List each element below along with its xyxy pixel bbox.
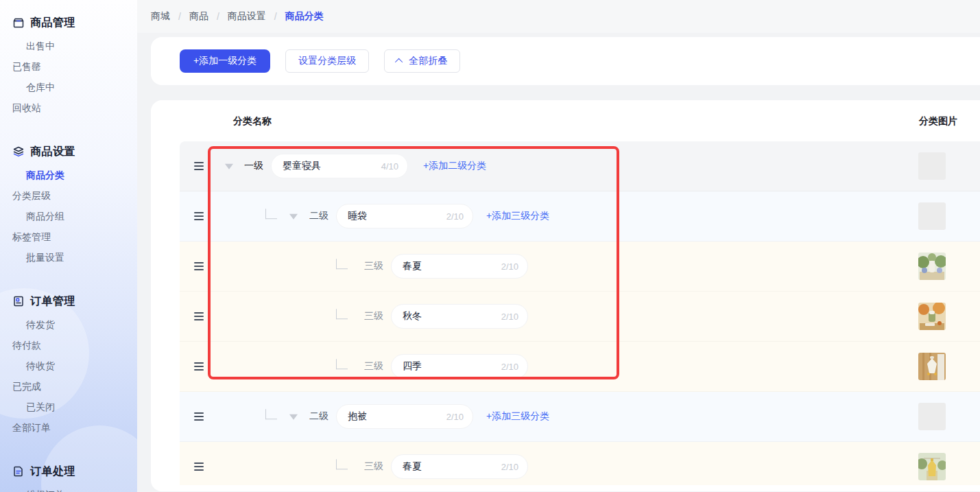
sidebar-item[interactable]: 已关闭 (26, 397, 81, 417)
set-category-levels-button[interactable]: 设置分类层级 (285, 49, 369, 73)
category-name-input[interactable] (403, 355, 492, 378)
add-subcategory-link[interactable]: +添加三级分类 (486, 210, 549, 222)
order-icon (12, 295, 25, 307)
sidebar-section-items: 待发货待付款待收货已完成已关闭全部订单 (12, 314, 128, 438)
document-icon (12, 465, 25, 478)
chevron-up-icon (395, 58, 403, 66)
category-name-input[interactable] (403, 455, 492, 478)
box-icon (12, 16, 25, 29)
category-name-field: 4/10 (271, 154, 408, 178)
sidebar: 商品管理 出售中已售罄仓库中回收站 商品设置 商品分类分类层级商品分组标签管理批… (0, 0, 137, 492)
drag-handle-icon[interactable] (194, 262, 204, 270)
sidebar-item[interactable]: 待发货 (26, 314, 81, 335)
sidebar-item[interactable]: 分类层级 (12, 185, 67, 206)
category-image-placeholder[interactable] (918, 403, 946, 430)
category-name-field: 2/10 (391, 254, 528, 279)
toolbar-card: +添加一级分类 设置分类层级 全部折叠 (151, 37, 980, 85)
level-label: 三级 (364, 360, 383, 373)
collapse-toggle-icon[interactable] (225, 164, 233, 169)
main-content: 商城/商品/商品设置/商品分类 +添加一级分类 设置分类层级 全部折叠 分类名称… (137, 0, 980, 492)
sidebar-section-items: 商品分类分类层级商品分组标签管理批量设置 (12, 165, 128, 268)
breadcrumb-link[interactable]: 商品设置 (228, 10, 266, 23)
sidebar-section-title: 商品管理 (30, 16, 75, 30)
sidebar-item[interactable]: 全部订单 (12, 417, 67, 438)
sidebar-section-header[interactable]: 商品管理 (12, 14, 137, 32)
drag-handle-icon[interactable] (194, 312, 204, 320)
breadcrumb-bar: 商城/商品/商品设置/商品分类 (137, 0, 980, 33)
category-name-input[interactable] (348, 405, 437, 428)
category-row: 三级 2/10 (180, 442, 980, 485)
sidebar-item[interactable]: 商品分类 (26, 165, 81, 185)
sidebar-item[interactable]: 维权订单 (26, 484, 81, 492)
sidebar-section-header[interactable]: 订单管理 (12, 292, 137, 310)
category-image-placeholder[interactable] (918, 202, 946, 230)
collapse-toggle-icon[interactable] (289, 414, 298, 420)
category-name-input[interactable] (348, 204, 437, 228)
category-name-field: 2/10 (391, 304, 528, 329)
category-name-field: 2/10 (391, 454, 528, 479)
sidebar-item[interactable]: 出售中 (26, 36, 81, 56)
drag-handle-icon[interactable] (194, 162, 204, 170)
sidebar-item[interactable]: 标签管理 (12, 226, 67, 247)
sidebar-item[interactable]: 已售罄 (12, 56, 67, 77)
level-label: 二级 (309, 210, 328, 222)
category-thumbnail[interactable] (918, 303, 946, 330)
sidebar-item[interactable]: 回收站 (12, 97, 67, 118)
drag-handle-icon[interactable] (194, 362, 204, 371)
tree-connector-icon (265, 409, 277, 419)
category-thumbnail[interactable] (918, 253, 946, 280)
sidebar-section-title: 订单管理 (30, 294, 75, 309)
category-name-input[interactable] (403, 305, 492, 328)
breadcrumb-separator: / (274, 11, 277, 22)
column-header-category-image: 分类图片 (919, 100, 957, 141)
level-label: 三级 (364, 310, 383, 323)
category-name-input[interactable] (283, 154, 372, 178)
sidebar-section-title: 商品设置 (30, 145, 75, 159)
sidebar-section: 商品设置 商品分类分类层级商品分组标签管理批量设置 (12, 143, 137, 268)
sidebar-section-title: 订单处理 (30, 465, 75, 479)
char-counter: 4/10 (381, 161, 398, 172)
breadcrumb-link[interactable]: 商品 (189, 10, 208, 23)
sidebar-item[interactable]: 商品分组 (26, 206, 81, 226)
tree-connector-icon (336, 259, 348, 269)
category-rows: 一级 4/10 +添加二级分类 二级 2/10 +添加三级分类 三级 2/10 (180, 141, 980, 485)
add-level1-category-button[interactable]: +添加一级分类 (180, 49, 270, 73)
category-name-field: 2/10 (391, 354, 528, 379)
sidebar-item[interactable]: 批量设置 (26, 247, 81, 268)
column-header-category-name: 分类名称 (233, 100, 272, 141)
level-label: 三级 (364, 260, 383, 272)
collapse-all-label: 全部折叠 (409, 55, 447, 67)
category-image-placeholder[interactable] (918, 152, 946, 180)
char-counter: 2/10 (501, 462, 518, 472)
sidebar-item[interactable]: 待付款 (12, 335, 67, 355)
char-counter: 2/10 (446, 412, 464, 422)
collapse-all-button[interactable]: 全部折叠 (384, 49, 460, 73)
sidebar-section-header[interactable]: 订单处理 (12, 462, 137, 480)
breadcrumb-separator: / (178, 11, 181, 22)
add-subcategory-link[interactable]: +添加三级分类 (486, 410, 549, 423)
sidebar-section: 订单处理 维权订单评价管理批量发货订单导出 (12, 462, 137, 492)
add-subcategory-link[interactable]: +添加二级分类 (423, 160, 486, 172)
sidebar-item[interactable]: 已完成 (12, 376, 67, 397)
sidebar-sections: 商品管理 出售中已售罄仓库中回收站 商品设置 商品分类分类层级商品分组标签管理批… (0, 0, 137, 492)
sidebar-item[interactable]: 仓库中 (26, 77, 81, 97)
tree-connector-icon (265, 209, 277, 219)
category-name-input[interactable] (403, 255, 492, 278)
category-row: 三级 2/10 (180, 342, 980, 392)
level-label: 一级 (244, 160, 263, 172)
drag-handle-icon[interactable] (194, 462, 204, 471)
drag-handle-icon[interactable] (194, 412, 204, 421)
category-thumbnail[interactable] (918, 453, 946, 480)
sidebar-item[interactable]: 待收货 (26, 355, 81, 376)
sidebar-section: 商品管理 出售中已售罄仓库中回收站 (12, 14, 137, 118)
drag-handle-icon[interactable] (194, 212, 204, 220)
breadcrumb-separator: / (217, 11, 219, 22)
sidebar-section-items: 出售中已售罄仓库中回收站 (12, 36, 128, 118)
category-thumbnail[interactable] (918, 353, 946, 380)
collapse-toggle-icon[interactable] (289, 214, 298, 220)
tree-connector-icon (336, 459, 348, 469)
sidebar-section-header[interactable]: 商品设置 (12, 143, 137, 161)
category-row: 三级 2/10 (180, 292, 980, 342)
breadcrumb-link[interactable]: 商城 (151, 10, 170, 23)
tree-connector-icon (336, 359, 348, 369)
